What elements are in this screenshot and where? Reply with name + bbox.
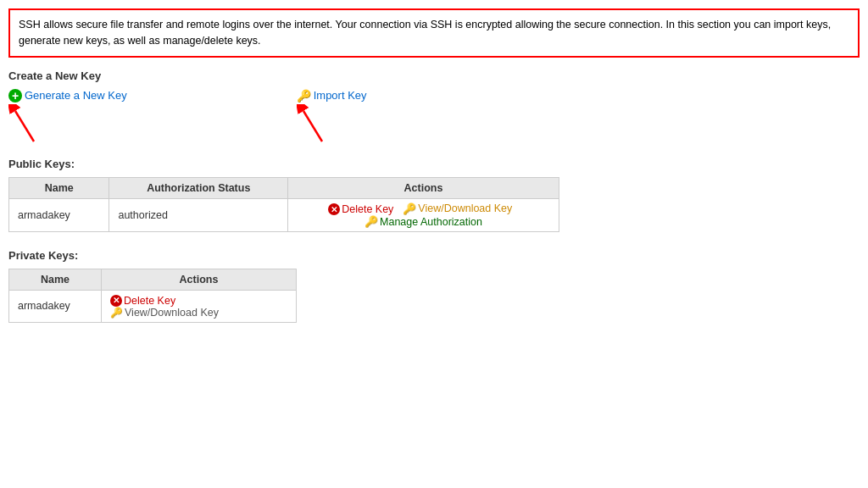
create-section-title: Create a New Key (8, 69, 860, 82)
private-key-row: armadakey ✕ Delete Key 🔑 View/Download K… (9, 291, 297, 323)
public-col-status: Authorization Status (109, 177, 288, 198)
private-key-actions: ✕ Delete Key 🔑 View/Download Key (102, 291, 297, 323)
manage-icon: 🔑 (364, 215, 378, 228)
plus-icon: + (8, 89, 22, 103)
svg-line-3 (303, 111, 322, 141)
public-keys-table: Name Authorization Status Actions armada… (8, 177, 559, 233)
arrow-annotation-generate (8, 104, 55, 142)
ssh-info-box: SSH allows secure file transfer and remo… (8, 8, 860, 58)
import-key-link[interactable]: 🔑 Import Key (297, 89, 367, 103)
public-key-actions: ✕ Delete Key 🔑 View/Download Key 🔑 Manag… (288, 198, 559, 232)
key-gold-icon: 🔑 (403, 202, 416, 215)
generate-key-label: Generate a New Key (25, 89, 127, 102)
public-key-status: authorized (109, 198, 288, 232)
generate-key-link[interactable]: + Generate a New Key (8, 89, 127, 103)
public-col-actions: Actions (288, 177, 559, 198)
delete-public-key-link[interactable]: ✕ Delete Key (328, 203, 393, 215)
key-gray-icon: 🔑 (110, 307, 123, 319)
private-keys-table: Name Actions armadakey ✕ Delete Key (8, 269, 297, 323)
public-keys-title: Public Keys: (8, 158, 860, 170)
private-keys-section: Private Keys: Name Actions armadakey ✕ (8, 249, 860, 323)
delete-private-key-link[interactable]: ✕ Delete Key (110, 295, 175, 307)
view-private-key-link[interactable]: 🔑 View/Download Key (110, 307, 219, 319)
delete-icon: ✕ (328, 203, 340, 215)
private-col-actions: Actions (102, 269, 297, 291)
public-key-name: armadakey (9, 198, 109, 232)
delete-private-icon: ✕ (110, 295, 122, 307)
public-col-name: Name (9, 177, 109, 198)
import-key-label: Import Key (314, 89, 367, 102)
key-actions-row: + Generate a New Key 🔑 Import Key (8, 89, 860, 142)
svg-line-1 (15, 111, 34, 141)
public-keys-section: Public Keys: Name Authorization Status A… (8, 158, 860, 233)
manage-auth-link[interactable]: 🔑 Manage Authorization (364, 215, 482, 228)
ssh-info-text: SSH allows secure file transfer and remo… (19, 19, 831, 47)
private-keys-title: Private Keys: (8, 249, 860, 262)
public-key-row: armadakey authorized ✕ Delete Key 🔑 View… (9, 198, 559, 232)
private-key-name: armadakey (9, 291, 102, 323)
key-yellow-icon: 🔑 (297, 89, 311, 103)
private-col-name: Name (9, 269, 102, 291)
view-public-key-link[interactable]: 🔑 View/Download Key (403, 202, 512, 215)
arrow-annotation-import (297, 104, 343, 142)
